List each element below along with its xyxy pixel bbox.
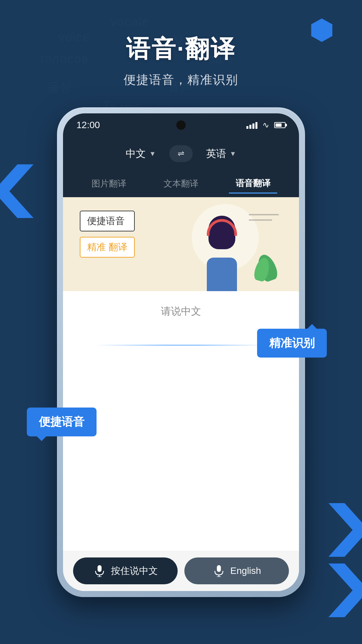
translation-output-area (63, 484, 299, 551)
status-icons: ∿ (246, 120, 286, 130)
speak-english-button[interactable]: English (184, 557, 289, 584)
banner-tag2-suffix: 翻译 (109, 242, 127, 252)
chevron-right-decoration2 (328, 564, 362, 617)
bottom-buttons: 按住说中文 English (63, 551, 299, 591)
camera-notch (176, 120, 186, 130)
battery-icon (274, 122, 286, 128)
tab-image-translation[interactable]: 图片翻译 (85, 174, 133, 193)
status-bar: 12:00 ∿ (63, 113, 299, 137)
waveform-display (73, 335, 289, 355)
swap-icon: ⇌ (178, 149, 184, 158)
mic-chinese-icon (93, 564, 106, 578)
banner-illustration (195, 217, 279, 291)
callout-convenient-text: 便捷语音 (39, 415, 84, 428)
header-section: 语音·翻译 便捷语音，精准识别 (0, 0, 362, 121)
mic-english-icon (212, 564, 226, 578)
callout-accurate-recognition: 精准识别 (257, 329, 327, 358)
person-body (207, 258, 237, 291)
chevron-left-decoration (0, 164, 34, 218)
voice-prompt-text: 请说中文 (161, 305, 201, 318)
svg-rect-0 (98, 565, 102, 572)
wifi-icon: ∿ (262, 120, 269, 130)
plant-figure (252, 251, 279, 291)
wave-line (95, 345, 267, 345)
svg-rect-3 (217, 565, 221, 572)
callout-convenient-voice: 便捷语音 (27, 408, 97, 436)
language-bar: 中文 ▼ ⇌ 英语 ▼ (63, 137, 299, 170)
app-content: 便捷语音 精准 翻译 (63, 197, 299, 591)
callout-accurate-text: 精准识别 (269, 336, 315, 349)
banner-area: 便捷语音 精准 翻译 (63, 197, 299, 291)
signal-icon (246, 121, 257, 129)
tab-bar: 图片翻译 文本翻译 语音翻译 (63, 170, 299, 197)
banner-tag-1: 便捷语音 (80, 211, 135, 231)
tab-text-label: 文本翻译 (164, 178, 198, 189)
source-lang-arrow-icon: ▼ (149, 150, 156, 158)
tab-text-translation[interactable]: 文本翻译 (157, 174, 205, 193)
tab-voice-label: 语音翻译 (236, 178, 270, 188)
speak-english-label: English (230, 566, 261, 576)
speak-chinese-label: 按住说中文 (111, 565, 158, 577)
app-title: 语音·翻译 (126, 33, 236, 65)
app-subtitle: 便捷语音，精准识别 (124, 72, 238, 88)
tab-image-label: 图片翻译 (92, 178, 126, 189)
person-figure (195, 217, 249, 291)
target-lang-label: 英语 (206, 147, 226, 161)
chevron-right-decoration (328, 503, 362, 557)
swap-language-button[interactable]: ⇌ (169, 145, 193, 162)
target-language-button[interactable]: 英语 ▼ (206, 147, 236, 161)
status-time: 12:00 (76, 120, 100, 130)
banner-tag-2: 精准 翻译 (80, 237, 135, 258)
voice-input-area: 请说中文 (63, 291, 299, 484)
target-lang-arrow-icon: ▼ (230, 150, 236, 158)
source-language-button[interactable]: 中文 ▼ (126, 147, 156, 161)
tab-voice-translation[interactable]: 语音翻译 (229, 174, 277, 194)
banner-content: 便捷语音 精准 翻译 (80, 211, 135, 258)
speak-chinese-button[interactable]: 按住说中文 (73, 557, 178, 584)
banner-tag2-highlight: 精准 (87, 242, 106, 252)
source-lang-label: 中文 (126, 147, 146, 161)
